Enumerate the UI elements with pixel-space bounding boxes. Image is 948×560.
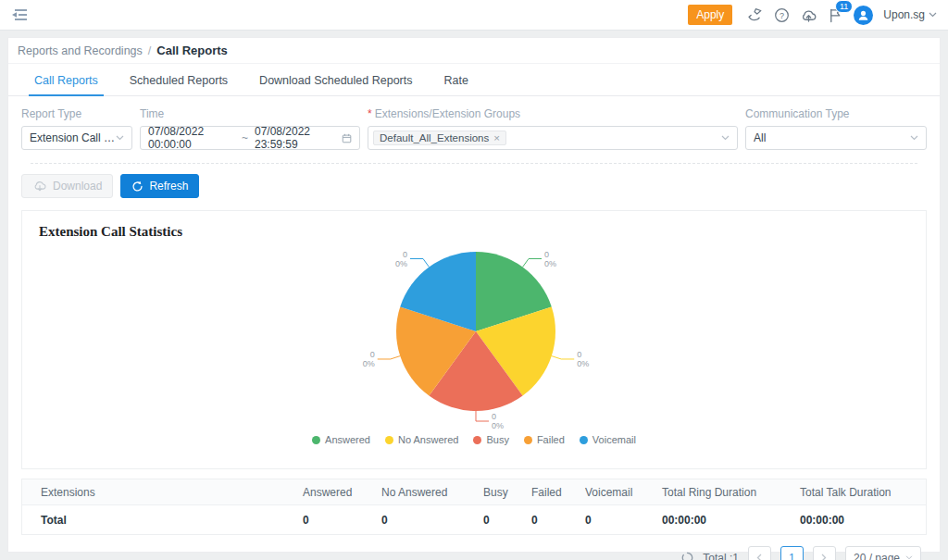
column-header: Total Ring Duration	[662, 479, 800, 505]
table-refresh-icon[interactable]	[681, 552, 693, 560]
time-start-value: 07/08/2022 00:00:00	[148, 125, 235, 151]
legend-item-no-answered[interactable]: No Answered	[385, 434, 458, 445]
table-cell: Total	[22, 505, 303, 535]
report-type-select[interactable]: Extension Call Statist...	[21, 126, 132, 150]
label-line	[410, 259, 429, 268]
topbar: Apply ?	[0, 0, 948, 31]
tab-download-scheduled-reports[interactable]: Download Scheduled Reports	[257, 66, 414, 95]
time-end-value: 07/08/2022 23:59:59	[255, 125, 342, 151]
legend-dot	[580, 436, 588, 444]
filter-bar: Report Type Extension Call Statist... Ti…	[8, 96, 940, 163]
column-header: Extensions	[22, 479, 303, 505]
chevron-down-icon	[929, 12, 937, 18]
extension-group-tag: Default_All_Extensions ×	[373, 131, 506, 145]
legend-item-busy[interactable]: Busy	[473, 434, 508, 445]
table-cell: 0	[381, 505, 483, 535]
extensions-filter: *Extensions/Extension Groups Default_All…	[368, 107, 738, 150]
slice-label: 00%	[395, 250, 407, 268]
feedback-icon[interactable]	[746, 6, 764, 23]
action-bar: Download Refresh	[8, 164, 940, 206]
chevron-down-icon	[116, 135, 124, 141]
legend-label: Answered	[325, 434, 370, 445]
topbar-actions: Apply ?	[688, 5, 937, 25]
breadcrumb: Reports and Recordings / Call Reports	[8, 38, 940, 64]
prev-page-button[interactable]	[748, 546, 771, 560]
pagination-total: Total :1	[703, 552, 739, 560]
page-1-button[interactable]: 1	[780, 546, 804, 560]
user-menu[interactable]: Upon.sg	[883, 8, 937, 21]
column-header: No Answered	[381, 479, 483, 505]
pie-chart[interactable]: 00%00%00%00%00%	[22, 240, 929, 432]
table-cell: 00:00:00	[800, 505, 926, 535]
legend-dot	[385, 436, 393, 444]
svg-text:?: ?	[780, 10, 784, 19]
sidebar-collapse-icon[interactable]	[11, 8, 28, 21]
breadcrumb-parent[interactable]: Reports and Recordings	[18, 44, 143, 57]
tab-bar: Call ReportsScheduled ReportsDownload Sc…	[8, 64, 940, 96]
legend-dot	[312, 436, 320, 444]
main-panel: Reports and Recordings / Call Reports Ca…	[7, 37, 941, 553]
avatar[interactable]	[854, 6, 873, 25]
chart-card: Extension Call Statistics 00%00%00%00%00…	[21, 210, 927, 469]
refresh-icon	[131, 180, 143, 193]
chevron-right-icon	[821, 554, 827, 560]
pagination: Total :1 1 20 / page	[27, 546, 921, 560]
time-label: Time	[140, 107, 360, 120]
table-cell: 0	[585, 505, 662, 535]
communication-type-filter: Communication Type All	[745, 107, 927, 150]
legend-item-voicemail[interactable]: Voicemail	[580, 434, 636, 445]
communication-type-value: All	[754, 131, 910, 144]
notification-icon[interactable]: 11	[828, 6, 843, 23]
slice-label: 00%	[492, 412, 504, 430]
legend-item-answered[interactable]: Answered	[312, 434, 370, 445]
table-cell: 0	[303, 505, 381, 535]
chart-title: Extension Call Statistics	[22, 211, 926, 240]
extensions-select[interactable]: Default_All_Extensions ×	[368, 126, 738, 150]
communication-type-select[interactable]: All	[745, 126, 927, 150]
help-icon[interactable]: ?	[774, 7, 790, 23]
extension-group-tag-label: Default_All_Extensions	[380, 132, 489, 143]
tab-call-reports[interactable]: Call Reports	[32, 66, 100, 95]
time-range-input[interactable]: 07/08/2022 00:00:00 ~ 07/08/2022 23:59:5…	[140, 126, 360, 150]
chevron-down-icon	[910, 135, 918, 141]
slice-label: 00%	[363, 350, 375, 368]
legend-label: Busy	[486, 434, 508, 445]
column-header: Total Talk Duration	[800, 479, 926, 505]
page-size-select[interactable]: 20 / page	[845, 546, 921, 560]
tab-scheduled-reports[interactable]: Scheduled Reports	[128, 66, 230, 95]
table-row: Total0000000:00:0000:00:00	[22, 505, 926, 535]
time-separator: ~	[242, 131, 248, 144]
legend-dot	[524, 436, 532, 444]
tab-rate[interactable]: Rate	[443, 66, 470, 95]
table-header-row: ExtensionsAnsweredNo AnsweredBusyFailedV…	[22, 479, 926, 505]
column-header: Voicemail	[585, 479, 662, 505]
report-type-value: Extension Call Statist...	[30, 131, 116, 144]
legend-item-failed[interactable]: Failed	[524, 434, 565, 445]
label-line	[378, 356, 400, 359]
apply-button[interactable]: Apply	[688, 5, 732, 25]
refresh-button[interactable]: Refresh	[120, 174, 199, 198]
legend-dot	[473, 436, 481, 444]
table-cell: 0	[483, 505, 531, 535]
table-cell: 00:00:00	[662, 505, 800, 535]
next-page-button[interactable]	[813, 546, 836, 560]
chevron-left-icon	[756, 554, 762, 560]
upgrade-icon[interactable]	[800, 7, 817, 23]
required-mark: *	[368, 107, 372, 120]
user-name: Upon.sg	[883, 8, 925, 21]
page-size-value: 20 / page	[854, 552, 900, 560]
label-line	[523, 259, 542, 268]
calendar-icon	[342, 132, 352, 144]
chevron-down-icon	[905, 555, 913, 560]
column-header: Failed	[531, 479, 585, 505]
time-filter: Time 07/08/2022 00:00:00 ~ 07/08/2022 23…	[140, 107, 360, 150]
report-type-label: Report Type	[21, 107, 132, 120]
download-icon	[32, 180, 47, 193]
table-cell: 0	[531, 505, 585, 535]
download-button[interactable]: Download	[21, 174, 113, 198]
column-header: Busy	[483, 479, 531, 505]
tag-remove-icon[interactable]: ×	[493, 132, 500, 143]
chart-legend: AnsweredNo AnsweredBusyFailedVoicemail	[22, 434, 926, 445]
extensions-label: *Extensions/Extension Groups	[368, 107, 738, 120]
statistics-table: ExtensionsAnsweredNo AnsweredBusyFailedV…	[21, 479, 927, 535]
